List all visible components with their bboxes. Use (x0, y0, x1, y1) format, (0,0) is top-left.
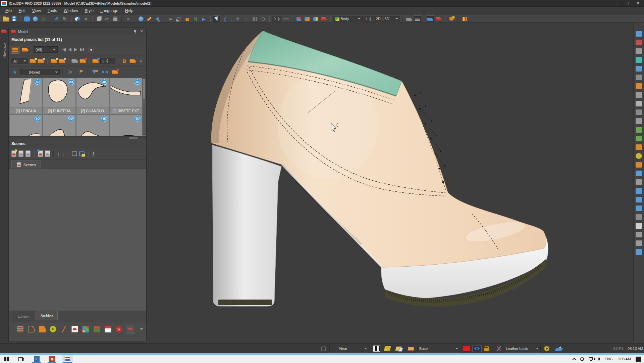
close-button[interactable]: ✕ (633, 0, 643, 6)
shoe-mark-button[interactable] (111, 68, 119, 76)
ruler-icon[interactable] (555, 348, 563, 351)
wire-view-button[interactable] (414, 15, 421, 22)
menu-window[interactable]: Window (60, 7, 82, 14)
side-gray6-icon[interactable] (636, 232, 642, 237)
maximize-button[interactable] (623, 0, 632, 6)
side-gray2-icon[interactable] (636, 109, 642, 115)
status-checkbox[interactable] (321, 347, 326, 351)
minimize-button[interactable] (612, 0, 621, 6)
side-blue-x-icon[interactable] (636, 171, 642, 176)
side-orange2-icon[interactable] (636, 162, 642, 168)
magic-pencil-button[interactable] (295, 15, 303, 22)
spinner-up-icon[interactable] (278, 17, 280, 18)
snap-button[interactable]: ▶ (200, 15, 208, 22)
menu-help[interactable]: Help (122, 7, 137, 14)
archive-selected-icon[interactable] (126, 325, 135, 333)
piece-thumbnail-row2[interactable]: 3D (43, 115, 75, 136)
select-cursor-button[interactable] (213, 15, 220, 22)
import-scene-button[interactable] (38, 150, 43, 157)
archive-outline-shoe-icon[interactable] (28, 326, 35, 332)
add-piece-button[interactable] (30, 57, 36, 65)
cross-tool-button[interactable]: ✕✕ (101, 68, 109, 76)
new-scene-button[interactable] (11, 150, 16, 157)
update-icon[interactable] (580, 357, 584, 361)
piece-thumbnail-lengua[interactable]: 3D [2] LENGUA (9, 78, 42, 114)
navigator-tab[interactable]: Navigator (1, 37, 7, 63)
repair-button[interactable]: ✕ (82, 15, 90, 22)
side-shoe-icon[interactable] (636, 101, 642, 106)
archive-cup-shoe-icon[interactable] (71, 326, 78, 332)
language-indicator[interactable]: ENG (605, 357, 613, 361)
menu-edit[interactable]: Edit (15, 7, 29, 14)
save-button[interactable] (10, 15, 18, 22)
cut-button[interactable]: ✂ (103, 15, 111, 22)
view-mode-combo[interactable]: 2D || 3D (374, 16, 400, 22)
frame-button[interactable] (259, 15, 267, 22)
task-view-button[interactable] (15, 355, 26, 363)
prev-piece-button[interactable] (68, 48, 71, 52)
side-orange-dot-icon[interactable] (636, 83, 642, 89)
updown-button[interactable]: ⇅ (192, 15, 199, 22)
value-spinner[interactable]: 0 (272, 16, 281, 22)
side-blue2-icon[interactable] (636, 206, 642, 211)
redo-button[interactable]: ↻ (61, 15, 68, 22)
grid-button[interactable] (251, 15, 258, 22)
piece-thumbnail-chanclo[interactable]: 3D [2] CHANCLO (76, 78, 109, 114)
remove-piece-button[interactable] (38, 57, 44, 65)
first-piece-button[interactable] (62, 48, 66, 52)
taskbar-app-2[interactable] (46, 355, 58, 363)
curves-button[interactable]: ≈ (124, 15, 132, 22)
next-piece-button[interactable] (74, 48, 77, 52)
body-combo[interactable]: Body (333, 16, 363, 22)
side-gray7-icon[interactable] (636, 240, 642, 246)
copy-button[interactable] (95, 15, 102, 22)
taskbar-app-icad[interactable] (62, 355, 73, 363)
paste-button[interactable] (112, 15, 119, 22)
side-yellow-circle-icon[interactable] (636, 153, 642, 159)
layers-stack-icon[interactable] (384, 346, 391, 351)
flat-view-button[interactable] (406, 15, 413, 22)
side-lines-icon[interactable] (636, 48, 642, 54)
spinner-down-icon[interactable] (278, 19, 280, 21)
scenes-tab[interactable]: Scenes (11, 161, 41, 169)
visibility-button[interactable] (472, 345, 482, 352)
edit-piece-button[interactable] (79, 57, 86, 65)
viewport-3d[interactable] (147, 24, 633, 343)
eraser-button[interactable] (74, 15, 81, 22)
count-spinner[interactable]: 1 (364, 16, 373, 22)
base-combo[interactable]: Base (417, 345, 460, 352)
near-combo[interactable]: Near (329, 345, 369, 352)
subtract-piece-button[interactable] (59, 57, 65, 65)
piece-thumbnail-puntera[interactable]: 3D [2] PUNTERA (43, 78, 75, 114)
clock[interactable]: 3:08 AM (618, 357, 631, 361)
barcode-button[interactable] (373, 346, 380, 352)
thumbnail-scrollbar[interactable] (143, 78, 146, 135)
scrollbar-thumb[interactable] (143, 79, 145, 99)
offset-spinner[interactable]: 2 (100, 58, 115, 64)
piece-thumbnail-row2[interactable]: 3D (9, 115, 42, 136)
flip-piece-icon[interactable] (395, 347, 402, 351)
scenes-content[interactable] (9, 169, 146, 311)
side-teal-lines-icon[interactable] (636, 57, 642, 63)
archive-pair-icon[interactable] (94, 326, 100, 332)
side-blue-lines-icon[interactable] (636, 66, 642, 72)
measure-button[interactable]: ⤫ (40, 15, 47, 22)
undo-button[interactable]: ↺ (53, 15, 60, 22)
offset-down-icon[interactable] (106, 61, 108, 63)
link-button[interactable]: ∞ (167, 15, 174, 22)
navigator-shoe-icon[interactable] (1, 30, 7, 33)
archive-palette-icon[interactable] (83, 326, 89, 332)
archive-rotate-icon[interactable]: ↻ (50, 326, 56, 332)
move-scene-down-button[interactable]: ↓ (62, 151, 65, 156)
list-view-button[interactable] (21, 46, 30, 54)
menu-tools[interactable]: Tools (44, 7, 60, 14)
piece-thumbnail-row2[interactable]: 3D (109, 115, 142, 136)
tray-expand-icon[interactable] (572, 358, 576, 361)
count-down-icon[interactable] (369, 19, 371, 21)
pin-piece-button[interactable] (312, 15, 319, 22)
move-scene-up-button[interactable]: ↑ (57, 151, 60, 156)
lock-tool-button[interactable] (183, 15, 191, 22)
side-green-check-icon[interactable] (636, 136, 642, 141)
filter-all-combo[interactable]: (All) (34, 46, 58, 53)
network-icon[interactable] (589, 357, 593, 360)
